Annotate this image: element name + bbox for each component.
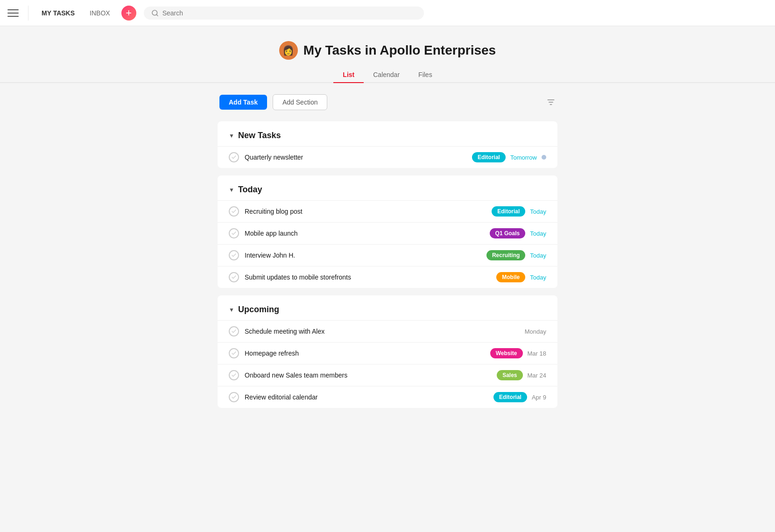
task-checkbox[interactable] (229, 326, 239, 336)
task-date: Today (530, 230, 546, 237)
check-icon (231, 394, 237, 400)
check-icon (231, 209, 237, 214)
task-meta: Sales Mar 24 (497, 370, 546, 380)
add-section-button[interactable]: Add Section (273, 94, 328, 110)
filter-svg (546, 98, 556, 107)
task-row: Review editorial calendar Editorial Apr … (218, 386, 557, 408)
tab-list[interactable]: List (333, 67, 364, 83)
task-checkbox[interactable] (229, 228, 239, 238)
sections-container: ▼ New Tasks Quarterly newsletter Editori… (218, 121, 557, 408)
task-name[interactable]: Submit updates to mobile storefronts (245, 273, 491, 281)
filter-icon[interactable] (546, 98, 556, 107)
task-tag[interactable]: Sales (497, 370, 522, 380)
chevron-down-icon: ▼ (229, 187, 234, 193)
hamburger-menu[interactable] (7, 7, 19, 19)
task-date: Mar 24 (528, 372, 546, 379)
task-tag[interactable]: Editorial (492, 206, 525, 217)
task-row: Mobile app launch Q1 Goals Today (218, 222, 557, 244)
task-date: Today (530, 252, 546, 259)
task-date: Today (530, 274, 546, 281)
section-header-today[interactable]: ▼ Today (218, 175, 557, 200)
inbox-tab[interactable]: INBOX (86, 7, 114, 19)
section-upcoming: ▼ Upcoming Schedule meeting with Alex Mo… (218, 295, 557, 408)
task-row: Quarterly newsletter Editorial Tomorrow (218, 146, 557, 168)
task-name[interactable]: Onboard new Sales team members (245, 371, 491, 379)
view-tabs: List Calendar Files (0, 67, 775, 83)
main-content: Add Task Add Section ▼ New Tasks Quarter… (210, 83, 565, 427)
task-meta: Recruiting Today (486, 250, 546, 260)
task-row: Interview John H. Recruiting Today (218, 244, 557, 266)
task-meta: Mobile Today (496, 272, 546, 282)
task-meta: Editorial Today (492, 206, 546, 217)
task-name[interactable]: Mobile app launch (245, 230, 484, 237)
task-meta: Q1 Goals Today (490, 228, 546, 238)
nav-divider (28, 6, 28, 21)
avatar: 👩 (279, 41, 298, 60)
task-name[interactable]: Quarterly newsletter (245, 154, 466, 161)
task-tag[interactable]: Website (490, 348, 523, 358)
task-meta: Editorial Tomorrow (472, 152, 546, 162)
section-title: Upcoming (238, 305, 279, 315)
search-input[interactable] (162, 9, 416, 17)
task-checkbox[interactable] (229, 152, 239, 162)
task-row: Submit updates to mobile storefronts Mob… (218, 266, 557, 288)
svg-line-1 (156, 14, 158, 16)
check-icon (231, 154, 237, 160)
task-tag[interactable]: Editorial (472, 152, 506, 162)
page-title: My Tasks in Apollo Enterprises (303, 43, 496, 58)
section-today: ▼ Today Recruiting blog post Editorial T… (218, 175, 557, 288)
task-tag[interactable]: Mobile (496, 272, 525, 282)
page-header: 👩 My Tasks in Apollo Enterprises List Ca… (0, 26, 775, 83)
task-date: Monday (525, 328, 546, 335)
check-icon (231, 231, 237, 236)
check-icon (231, 372, 237, 378)
chevron-down-icon: ▼ (229, 307, 234, 313)
task-row: Homepage refresh Website Mar 18 (218, 342, 557, 364)
check-icon (231, 274, 237, 280)
task-row: Onboard new Sales team members Sales Mar… (218, 364, 557, 386)
chevron-down-icon: ▼ (229, 133, 234, 139)
task-tag[interactable]: Editorial (493, 392, 527, 402)
tab-files[interactable]: Files (409, 67, 442, 83)
check-icon (231, 350, 237, 356)
task-name[interactable]: Review editorial calendar (245, 393, 488, 401)
page-header-title-row: 👩 My Tasks in Apollo Enterprises (0, 41, 775, 60)
task-tag[interactable]: Q1 Goals (490, 228, 526, 238)
task-name[interactable]: Recruiting blog post (245, 208, 486, 215)
task-date: Apr 9 (532, 394, 546, 401)
add-button[interactable]: + (121, 6, 136, 21)
my-tasks-tab[interactable]: MY TASKS (38, 7, 78, 19)
check-icon (231, 329, 237, 334)
task-checkbox[interactable] (229, 370, 239, 380)
task-checkbox[interactable] (229, 272, 239, 282)
task-checkbox[interactable] (229, 250, 239, 260)
tab-calendar[interactable]: Calendar (364, 67, 409, 83)
search-icon (151, 9, 159, 17)
task-meta: Monday (525, 328, 546, 335)
section-title: New Tasks (238, 131, 281, 140)
task-row: Schedule meeting with Alex Monday (218, 320, 557, 342)
task-date: Mar 18 (528, 350, 546, 357)
task-name[interactable]: Interview John H. (245, 252, 481, 259)
search-bar (144, 7, 424, 20)
task-date: Tomorrow (510, 154, 537, 161)
task-name[interactable]: Homepage refresh (245, 350, 485, 357)
task-meta: Editorial Apr 9 (493, 392, 546, 402)
task-tag[interactable]: Recruiting (486, 250, 525, 260)
add-task-button[interactable]: Add Task (219, 95, 267, 110)
task-dot (542, 155, 546, 160)
toolbar: Add Task Add Section (218, 94, 557, 110)
section-header-new-tasks[interactable]: ▼ New Tasks (218, 121, 557, 146)
top-nav: MY TASKS INBOX + (0, 0, 775, 26)
task-row: Recruiting blog post Editorial Today (218, 200, 557, 222)
task-checkbox[interactable] (229, 348, 239, 358)
task-checkbox[interactable] (229, 392, 239, 402)
section-header-upcoming[interactable]: ▼ Upcoming (218, 295, 557, 320)
task-checkbox[interactable] (229, 206, 239, 217)
check-icon (231, 252, 237, 258)
section-title: Today (238, 185, 262, 195)
task-name[interactable]: Schedule meeting with Alex (245, 328, 519, 335)
section-new-tasks: ▼ New Tasks Quarterly newsletter Editori… (218, 121, 557, 168)
task-date: Today (530, 208, 546, 215)
task-meta: Website Mar 18 (490, 348, 546, 358)
